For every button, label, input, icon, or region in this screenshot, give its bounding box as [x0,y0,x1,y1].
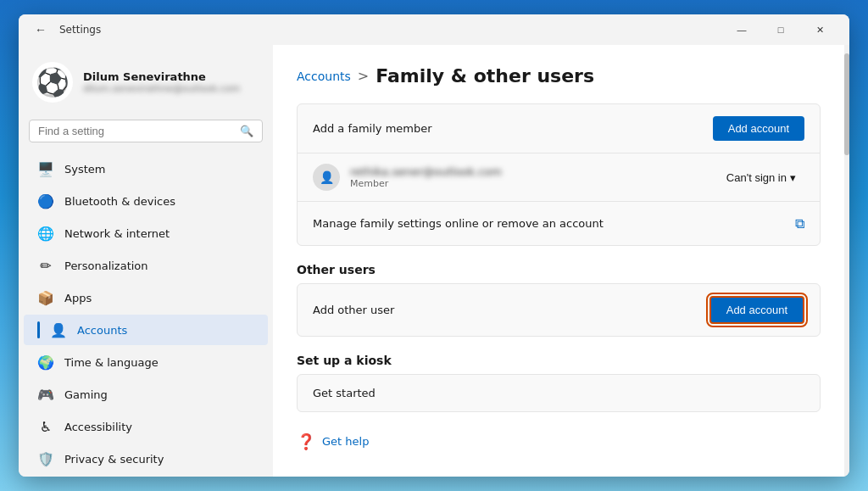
user-name: Dilum Senevirathne [83,70,240,83]
scrollbar-track[interactable] [844,45,849,477]
user-info: Dilum Senevirathne dilum.senevirathne@ou… [83,70,240,94]
add-family-label: Add a family member [313,122,713,135]
nav-item-windows-update[interactable]: 🔄 Windows Update [24,476,268,477]
breadcrumb: Accounts > Family & other users [297,65,821,86]
family-member-row: 👤 rethika.sener@outlook.com Member Can't… [298,153,820,201]
nav-item-accounts[interactable]: 👤 Accounts [24,315,268,345]
user-profile: ⚽ Dilum Senevirathne dilum.senevirathne@… [19,52,273,116]
minimize-button[interactable]: — [722,14,761,45]
close-button[interactable]: ✕ [800,14,839,45]
content-area: ⚽ Dilum Senevirathne dilum.senevirathne@… [19,45,849,477]
add-other-user-row: Add other user Add account [298,284,820,336]
window-controls: — □ ✕ [722,14,839,45]
add-family-account-button[interactable]: Add account [713,116,804,141]
nav-item-time[interactable]: 🌍 Time & language [24,347,268,377]
nav-item-system[interactable]: 🖥️ System [24,153,268,184]
search-box[interactable]: 🔍 [29,120,263,142]
member-email: rethika.sener@outlook.com [350,165,708,178]
get-started-row: Get started [298,375,820,411]
member-avatar: 👤 [313,164,340,191]
accounts-icon: 👤 [50,321,67,338]
apps-icon: 📦 [37,289,54,306]
maximize-button[interactable]: □ [761,14,800,45]
kiosk-title: Set up a kiosk [297,354,821,367]
accessibility-icon: ♿ [37,418,54,435]
external-link-icon[interactable]: ⧉ [795,215,804,232]
chevron-down-icon: ▾ [790,171,796,184]
manage-family-row: Manage family settings online or remove … [298,201,820,245]
personalization-icon: ✏️ [37,257,54,274]
get-help-icon: ❓ [297,432,315,450]
sidebar: ⚽ Dilum Senevirathne dilum.senevirathne@… [19,45,273,477]
member-info: rethika.sener@outlook.com Member [350,165,708,189]
page-title: Family & other users [376,65,594,86]
get-help-row: ❓ Get help [297,426,821,457]
main-content: Accounts > Family & other users Add a fa… [273,45,844,477]
privacy-icon: 🛡️ [37,450,54,467]
member-role: Member [350,178,708,189]
avatar: ⚽ [32,62,73,103]
add-other-user-label: Add other user [313,304,709,316]
system-icon: 🖥️ [37,160,54,177]
add-other-user-section: Add other user Add account [297,283,821,337]
cant-sign-in-button[interactable]: Can't sign in ▾ [718,166,804,189]
get-help-link[interactable]: Get help [322,435,369,448]
network-icon: 🌐 [37,225,54,242]
user-email: dilum.senevirathne@outlook.com [83,83,240,94]
search-input[interactable] [38,125,235,137]
back-button[interactable]: ← [29,18,53,42]
member-avatar-icon: 👤 [320,170,334,184]
bluetooth-icon: 🔵 [37,192,54,209]
get-started-label: Get started [313,387,376,399]
add-other-user-button[interactable]: Add account [709,296,804,324]
window-title: Settings [59,24,722,36]
breadcrumb-link[interactable]: Accounts [297,70,351,83]
family-section-card: Add a family member Add account 👤 rethik… [297,103,821,246]
nav-item-privacy[interactable]: 🛡️ Privacy & security [24,444,268,474]
active-indicator [37,321,40,338]
settings-window: ← Settings — □ ✕ ⚽ Dilum Senevirathne di… [19,14,849,477]
search-icon: 🔍 [240,125,253,137]
nav-item-personalization[interactable]: ✏️ Personalization [24,250,268,281]
nav-item-apps[interactable]: 📦 Apps [24,282,268,313]
time-icon: 🌍 [37,354,54,371]
breadcrumb-separator: > [358,68,369,84]
manage-family-label: Manage family settings online or remove … [313,217,795,230]
nav-item-network[interactable]: 🌐 Network & internet [24,218,268,248]
nav-item-gaming[interactable]: 🎮 Gaming [24,379,268,410]
other-users-title: Other users [297,263,821,276]
nav-item-bluetooth[interactable]: 🔵 Bluetooth & devices [24,186,268,216]
add-family-member-row: Add a family member Add account [298,104,820,153]
nav-item-accessibility[interactable]: ♿ Accessibility [24,411,268,442]
kiosk-section: Get started [297,374,821,412]
gaming-icon: 🎮 [37,386,54,403]
titlebar: ← Settings — □ ✕ [19,14,849,45]
scrollbar-thumb[interactable] [844,53,849,155]
